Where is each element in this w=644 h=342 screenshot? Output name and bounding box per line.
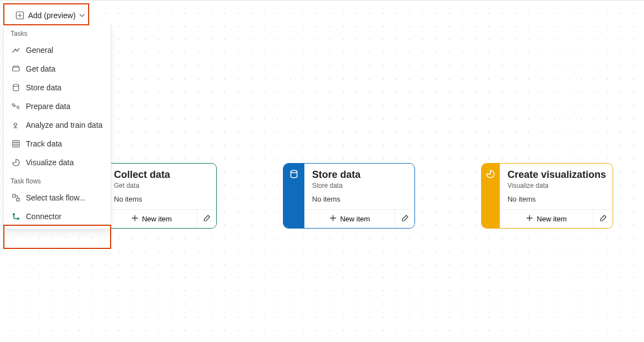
svg-point-7: [13, 213, 15, 215]
add-preview-label: Add (preview): [28, 11, 75, 20]
pencil-icon: [203, 214, 211, 224]
top-border: [0, 0, 644, 1]
new-item-label: New item: [340, 215, 370, 223]
new-item-button[interactable]: New item: [304, 210, 395, 228]
menu-item-label: Analyze and train data: [26, 121, 102, 129]
menu-item-visualize[interactable]: Visualize data: [4, 153, 111, 172]
new-item-label: New item: [142, 215, 172, 223]
card-body: Create visualizations Visualize data No …: [500, 164, 613, 228]
menu-item-analyze[interactable]: Analyze and train data: [4, 116, 111, 134]
add-dropdown: Tasks General Get data Store data Prepar…: [3, 24, 111, 230]
prepare-data-icon: [12, 102, 20, 111]
store-data-icon: [12, 83, 20, 92]
add-preview-button[interactable]: Add (preview): [10, 8, 90, 23]
card-title: Collect data: [114, 169, 210, 181]
card-status: No items: [114, 195, 210, 203]
menu-item-prepare-data[interactable]: Prepare data: [4, 97, 111, 116]
plus-icon: [131, 214, 139, 224]
plus-icon: [526, 214, 533, 224]
menu-item-label: Store data: [26, 83, 62, 92]
connector-icon: [12, 212, 20, 221]
menu-item-get-data[interactable]: Get data: [4, 59, 111, 78]
plus-square-icon: [15, 11, 24, 20]
svg-point-8: [17, 218, 19, 220]
database-icon: [289, 169, 299, 181]
menu-item-store-data[interactable]: Store data: [4, 78, 111, 97]
card-stripe: [283, 164, 304, 228]
new-item-button[interactable]: New item: [106, 210, 197, 228]
menu-item-label: Get data: [26, 64, 56, 73]
menu-item-label: Visualize data: [26, 158, 74, 167]
card-body: Store data Store data No items New item: [304, 164, 414, 228]
menu-item-label: Track data: [26, 139, 62, 148]
card-body: Collect data Get data No items New item: [106, 164, 216, 228]
new-item-label: New item: [537, 215, 566, 223]
card-status: No items: [507, 195, 606, 203]
general-icon: [12, 46, 20, 55]
card-footer: New item: [106, 209, 216, 228]
menu-item-label: Prepare data: [26, 102, 70, 111]
svg-rect-4: [13, 140, 19, 147]
pie-chart-icon: [485, 169, 495, 181]
card-subtitle: Get data: [114, 182, 210, 189]
card-stripe: [482, 164, 500, 228]
menu-item-general[interactable]: General: [4, 41, 111, 59]
chevron-down-icon: [79, 13, 85, 18]
edit-button[interactable]: [197, 210, 216, 228]
select-flow-icon: [12, 193, 20, 202]
svg-rect-5: [13, 194, 15, 197]
section-label-tasks: Tasks: [4, 24, 111, 41]
visualize-icon: [12, 158, 20, 167]
svg-point-3: [14, 123, 17, 126]
analyze-icon: [12, 121, 20, 129]
edit-button[interactable]: [593, 210, 613, 228]
edit-button[interactable]: [395, 210, 414, 228]
card-title: Store data: [312, 169, 408, 181]
menu-item-label: Select task flow...: [26, 193, 85, 202]
card-status: No items: [312, 195, 408, 203]
get-data-icon: [12, 64, 20, 73]
card-subtitle: Store data: [312, 182, 408, 189]
card-store-data[interactable]: Store data Store data No items New item: [283, 163, 415, 229]
menu-item-label: Connector: [26, 212, 62, 221]
menu-item-select-task-flow[interactable]: Select task flow...: [4, 188, 111, 207]
card-title: Create visualizations: [507, 169, 606, 181]
svg-rect-6: [17, 198, 19, 201]
menu-item-track-data[interactable]: Track data: [4, 134, 111, 153]
svg-point-10: [291, 170, 297, 173]
menu-item-label: General: [26, 46, 53, 55]
card-create-visualizations[interactable]: Create visualizations Visualize data No …: [481, 163, 613, 229]
plus-icon: [329, 214, 337, 224]
card-footer: New item: [304, 209, 414, 228]
new-item-button[interactable]: New item: [500, 210, 593, 228]
pencil-icon: [401, 214, 409, 224]
menu-item-connector[interactable]: Connector: [4, 207, 111, 226]
pencil-icon: [599, 214, 607, 224]
track-data-icon: [12, 139, 20, 148]
svg-point-2: [13, 84, 19, 86]
section-label-taskflows: Task flows: [4, 172, 111, 188]
card-subtitle: Visualize data: [507, 182, 606, 189]
card-footer: New item: [500, 209, 613, 228]
svg-rect-1: [13, 67, 19, 71]
